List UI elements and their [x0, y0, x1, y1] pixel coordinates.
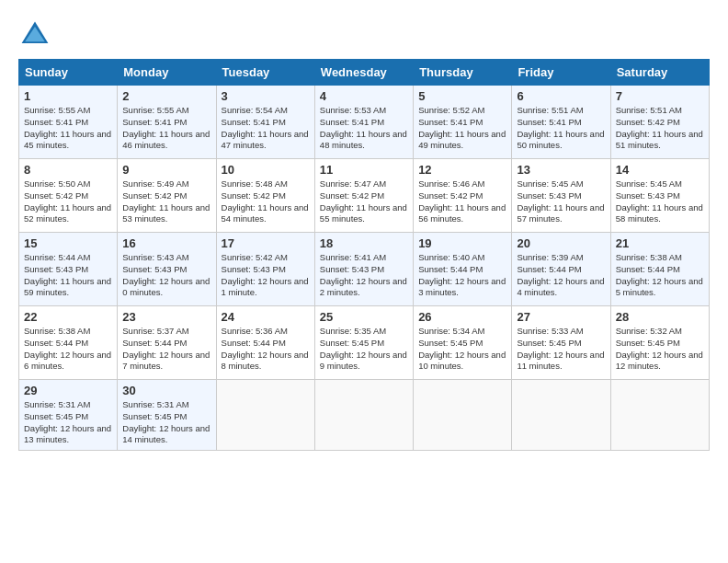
day-info: Sunrise: 5:47 AM Sunset: 5:42 PM Dayligh… — [320, 178, 408, 225]
day-info: Sunrise: 5:51 AM Sunset: 5:42 PM Dayligh… — [616, 105, 704, 152]
sunrise-label: Sunrise: 5:43 AM — [122, 252, 188, 262]
day-number: 28 — [616, 310, 704, 324]
day-info: Sunrise: 5:31 AM Sunset: 5:45 PM Dayligh… — [24, 399, 112, 446]
daylight-label: Daylight: 11 hours and 57 minutes. — [517, 202, 604, 224]
day-number: 13 — [517, 163, 605, 177]
sunrise-label: Sunrise: 5:41 AM — [320, 252, 386, 262]
day-info: Sunrise: 5:34 AM Sunset: 5:45 PM Dayligh… — [418, 326, 506, 373]
sunset-label: Sunset: 5:44 PM — [517, 264, 581, 274]
sunrise-label: Sunrise: 5:45 AM — [517, 178, 583, 189]
sunset-label: Sunset: 5:42 PM — [24, 190, 88, 201]
calendar-cell: 17 Sunrise: 5:42 AM Sunset: 5:43 PM Dayl… — [216, 233, 314, 306]
sunset-label: Sunset: 5:42 PM — [320, 190, 384, 201]
sunrise-label: Sunrise: 5:42 AM — [222, 252, 288, 262]
calendar-cell — [512, 380, 610, 451]
day-number: 24 — [222, 310, 310, 324]
daylight-label: Daylight: 11 hours and 48 minutes. — [320, 129, 407, 151]
calendar-cell — [414, 380, 512, 451]
weekday-header-thursday: Thursday — [414, 60, 512, 86]
sunset-label: Sunset: 5:44 PM — [418, 264, 483, 274]
day-info: Sunrise: 5:45 AM Sunset: 5:43 PM Dayligh… — [517, 178, 605, 225]
sunset-label: Sunset: 5:44 PM — [122, 338, 187, 348]
calendar-cell: 24 Sunrise: 5:36 AM Sunset: 5:44 PM Dayl… — [216, 306, 314, 380]
day-number: 9 — [122, 163, 210, 177]
calendar-cell: 1 Sunrise: 5:55 AM Sunset: 5:41 PM Dayli… — [19, 86, 118, 159]
sunrise-label: Sunrise: 5:50 AM — [24, 178, 90, 189]
daylight-label: Daylight: 12 hours and 2 minutes. — [320, 276, 407, 298]
day-info: Sunrise: 5:41 AM Sunset: 5:43 PM Dayligh… — [320, 252, 408, 299]
sunrise-label: Sunrise: 5:47 AM — [320, 178, 386, 189]
daylight-label: Daylight: 12 hours and 7 minutes. — [122, 350, 210, 372]
day-info: Sunrise: 5:49 AM Sunset: 5:42 PM Dayligh… — [122, 178, 210, 225]
day-number: 10 — [222, 163, 310, 177]
day-info: Sunrise: 5:31 AM Sunset: 5:45 PM Dayligh… — [122, 399, 210, 446]
calendar-table: SundayMondayTuesdayWednesdayThursdayFrid… — [18, 59, 710, 451]
sunrise-label: Sunrise: 5:45 AM — [616, 178, 682, 189]
sunset-label: Sunset: 5:41 PM — [517, 117, 581, 127]
daylight-label: Daylight: 12 hours and 11 minutes. — [517, 350, 604, 372]
sunset-label: Sunset: 5:42 PM — [122, 190, 187, 201]
day-number: 16 — [122, 236, 210, 250]
day-info: Sunrise: 5:52 AM Sunset: 5:41 PM Dayligh… — [418, 105, 506, 152]
day-info: Sunrise: 5:51 AM Sunset: 5:41 PM Dayligh… — [517, 105, 605, 152]
day-number: 23 — [122, 310, 210, 324]
day-info: Sunrise: 5:38 AM Sunset: 5:44 PM Dayligh… — [616, 252, 704, 299]
weekday-header-row: SundayMondayTuesdayWednesdayThursdayFrid… — [19, 60, 710, 86]
day-number: 15 — [24, 236, 112, 250]
weekday-header-wednesday: Wednesday — [314, 60, 413, 86]
sunset-label: Sunset: 5:44 PM — [222, 338, 286, 348]
logo — [18, 18, 57, 52]
weekday-header-saturday: Saturday — [610, 60, 709, 86]
daylight-label: Daylight: 12 hours and 6 minutes. — [24, 350, 111, 372]
day-number: 29 — [24, 384, 112, 397]
sunset-label: Sunset: 5:41 PM — [24, 117, 88, 127]
day-number: 18 — [320, 236, 408, 250]
daylight-label: Daylight: 11 hours and 58 minutes. — [616, 202, 703, 224]
sunset-label: Sunset: 5:45 PM — [517, 338, 581, 348]
calendar-cell: 29 Sunrise: 5:31 AM Sunset: 5:45 PM Dayl… — [19, 380, 118, 451]
weekday-header-monday: Monday — [118, 60, 216, 86]
calendar-cell: 18 Sunrise: 5:41 AM Sunset: 5:43 PM Dayl… — [314, 233, 413, 306]
sunset-label: Sunset: 5:45 PM — [418, 338, 483, 348]
calendar-cell: 30 Sunrise: 5:31 AM Sunset: 5:45 PM Dayl… — [118, 380, 216, 451]
day-number: 11 — [320, 163, 408, 177]
day-info: Sunrise: 5:32 AM Sunset: 5:45 PM Dayligh… — [616, 326, 704, 373]
day-info: Sunrise: 5:55 AM Sunset: 5:41 PM Dayligh… — [24, 105, 112, 152]
calendar-cell: 21 Sunrise: 5:38 AM Sunset: 5:44 PM Dayl… — [610, 233, 709, 306]
sunrise-label: Sunrise: 5:31 AM — [24, 399, 90, 409]
calendar-week-row: 22 Sunrise: 5:38 AM Sunset: 5:44 PM Dayl… — [19, 306, 710, 380]
calendar-cell: 16 Sunrise: 5:43 AM Sunset: 5:43 PM Dayl… — [118, 233, 216, 306]
calendar-cell: 28 Sunrise: 5:32 AM Sunset: 5:45 PM Dayl… — [610, 306, 709, 380]
sunrise-label: Sunrise: 5:38 AM — [24, 326, 90, 336]
logo-icon — [18, 18, 51, 52]
day-info: Sunrise: 5:42 AM Sunset: 5:43 PM Dayligh… — [222, 252, 310, 299]
sunrise-label: Sunrise: 5:32 AM — [616, 326, 682, 336]
day-info: Sunrise: 5:37 AM Sunset: 5:44 PM Dayligh… — [122, 326, 210, 373]
day-info: Sunrise: 5:50 AM Sunset: 5:42 PM Dayligh… — [24, 178, 112, 225]
sunset-label: Sunset: 5:44 PM — [616, 264, 680, 274]
daylight-label: Daylight: 12 hours and 14 minutes. — [122, 423, 210, 445]
calendar-cell: 2 Sunrise: 5:55 AM Sunset: 5:41 PM Dayli… — [118, 86, 216, 159]
sunset-label: Sunset: 5:45 PM — [24, 411, 88, 421]
daylight-label: Daylight: 11 hours and 45 minutes. — [24, 129, 111, 151]
calendar-cell: 14 Sunrise: 5:45 AM Sunset: 5:43 PM Dayl… — [610, 159, 709, 233]
sunset-label: Sunset: 5:41 PM — [122, 117, 187, 127]
calendar-cell: 5 Sunrise: 5:52 AM Sunset: 5:41 PM Dayli… — [414, 86, 512, 159]
day-number: 6 — [517, 89, 605, 103]
day-number: 20 — [517, 236, 605, 250]
sunset-label: Sunset: 5:43 PM — [222, 264, 286, 274]
day-number: 22 — [24, 310, 112, 324]
sunrise-label: Sunrise: 5:44 AM — [24, 252, 90, 262]
day-number: 12 — [418, 163, 506, 177]
day-info: Sunrise: 5:54 AM Sunset: 5:41 PM Dayligh… — [222, 105, 310, 152]
sunrise-label: Sunrise: 5:51 AM — [616, 105, 682, 115]
calendar-cell: 12 Sunrise: 5:46 AM Sunset: 5:42 PM Dayl… — [414, 159, 512, 233]
day-info: Sunrise: 5:43 AM Sunset: 5:43 PM Dayligh… — [122, 252, 210, 299]
calendar-cell: 15 Sunrise: 5:44 AM Sunset: 5:43 PM Dayl… — [19, 233, 118, 306]
sunrise-label: Sunrise: 5:49 AM — [122, 178, 188, 189]
day-info: Sunrise: 5:44 AM Sunset: 5:43 PM Dayligh… — [24, 252, 112, 299]
sunset-label: Sunset: 5:42 PM — [222, 190, 286, 201]
daylight-label: Daylight: 11 hours and 56 minutes. — [418, 202, 506, 224]
day-number: 3 — [222, 89, 310, 103]
sunset-label: Sunset: 5:43 PM — [616, 190, 680, 201]
